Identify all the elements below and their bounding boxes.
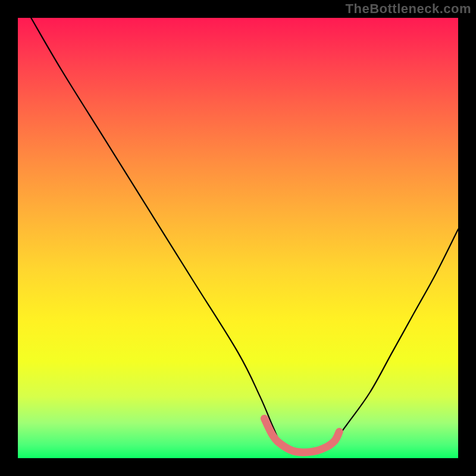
- chart-svg: [18, 18, 458, 458]
- watermark-text: TheBottleneck.com: [346, 1, 471, 17]
- optimal-band-path: [264, 418, 339, 452]
- bottleneck-curve-path: [31, 18, 458, 455]
- chart-plot-area: [18, 18, 458, 458]
